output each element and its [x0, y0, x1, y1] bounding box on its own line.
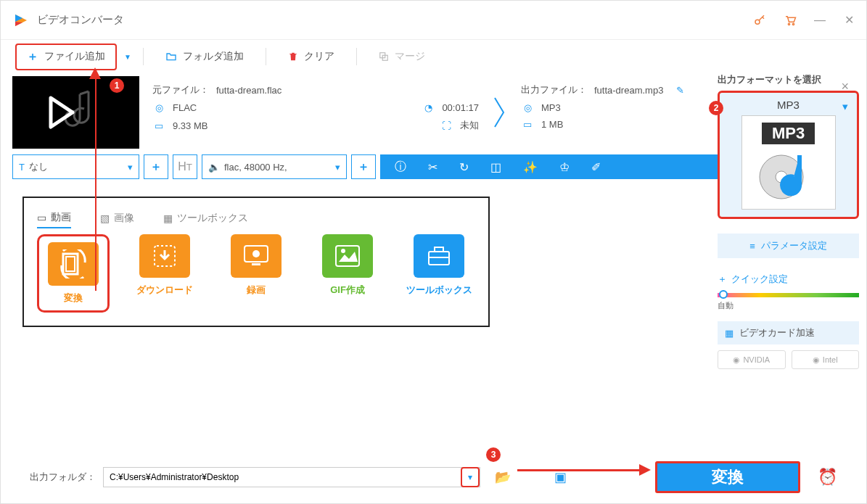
edit-name-icon[interactable]: ✎: [676, 85, 684, 96]
speaker-icon: 🔈: [208, 162, 220, 173]
svg-point-1: [788, 23, 789, 25]
chip-icon: ▦: [725, 328, 734, 339]
plus-icon: ＋: [718, 273, 727, 286]
add-folder-button[interactable]: フォルダ追加: [155, 46, 254, 67]
annotation-arrow-1: [95, 73, 96, 291]
add-subtitle-button[interactable]: ＋: [144, 154, 168, 179]
source-duration: 00:01:17: [442, 102, 479, 113]
slider-thumb[interactable]: [719, 290, 728, 299]
add-file-button[interactable]: ＋ ファイル追加: [15, 44, 117, 70]
add-audio-button[interactable]: ＋: [351, 154, 376, 179]
key-icon[interactable]: [753, 14, 766, 27]
rotate-icon[interactable]: ↻: [459, 160, 469, 174]
trash-icon: [288, 51, 298, 62]
browse-icon[interactable]: ▣: [554, 469, 567, 485]
format-preview: MP3: [741, 115, 836, 210]
schedule-icon[interactable]: ⏰: [818, 468, 837, 487]
merge-button[interactable]: マージ: [369, 46, 435, 67]
divider: [143, 48, 144, 65]
output-file-label: 出力ファイル：: [521, 83, 587, 96]
tab-video[interactable]: ▭動画: [37, 211, 71, 228]
chevron-down-icon: ▾: [335, 162, 340, 173]
svg-rect-9: [252, 263, 260, 265]
intel-icon: ◉: [813, 355, 820, 365]
svg-point-2: [792, 23, 794, 25]
module-download[interactable]: ダウンロード: [128, 234, 201, 313]
source-size: 9.33 MB: [173, 120, 207, 131]
chevron-down-icon: ▾: [128, 162, 133, 173]
text-icon: T: [19, 162, 25, 173]
format-icon: ◎: [152, 102, 165, 113]
bottom-bar: 出力フォルダ： C:¥Users¥Administrator¥Desktop ▾…: [1, 461, 866, 493]
source-file-name: futta-dream.flac: [216, 85, 282, 96]
audio-value: flac, 48000 Hz,: [224, 162, 287, 173]
app-window: ビデオコンバータ — ✕ ＋ ファイル追加 ▼ フォルダ追加 クリア マージ: [0, 0, 867, 504]
param-settings-label: パラメータ設定: [761, 239, 827, 252]
merge-label: マージ: [395, 50, 425, 63]
tab-image[interactable]: ▧画像: [100, 211, 134, 228]
close-button[interactable]: ✕: [843, 13, 855, 27]
quality-slider[interactable]: 自動: [718, 293, 859, 311]
toolbox-module-icon: [414, 234, 464, 278]
output-format: MP3: [541, 102, 561, 113]
nvidia-icon: ◉: [733, 355, 740, 365]
module-toolbox-label: ツールボックス: [403, 284, 475, 297]
gif-icon: [322, 234, 373, 278]
param-settings-button[interactable]: ≡ パラメータ設定: [718, 234, 859, 258]
add-file-label: ファイル追加: [44, 50, 105, 63]
module-convert-label: 変換: [42, 292, 104, 305]
chevron-down-icon: ▾: [842, 100, 848, 113]
minimize-button[interactable]: —: [814, 14, 826, 27]
subtitle-dropdown[interactable]: T なし ▾: [12, 154, 139, 179]
module-gif[interactable]: GIF作成: [311, 234, 384, 313]
open-folder-icon[interactable]: 📂: [495, 469, 511, 485]
nvidia-tag: ◉NVIDIA: [718, 350, 786, 369]
cut-icon[interactable]: ✂: [428, 160, 437, 174]
crop-icon[interactable]: ◫: [490, 160, 501, 174]
gpu-accel-button[interactable]: ▦ ビデオカード加速: [718, 321, 859, 344]
convert-button[interactable]: 変換: [655, 461, 800, 493]
divider: [266, 48, 266, 65]
clock-icon: ◔: [422, 102, 435, 113]
cart-icon[interactable]: [784, 14, 797, 27]
subtitle-settings-button[interactable]: HT: [173, 154, 197, 179]
convert-icon: [48, 242, 99, 286]
sliders-icon: ≡: [749, 241, 755, 252]
annotation-arrow-3: [517, 469, 641, 471]
output-format-selector[interactable]: MP3▾ MP3: [718, 91, 859, 219]
source-res: 未知: [460, 119, 479, 132]
arrow-head-icon: [89, 67, 101, 79]
source-format: FLAC: [173, 102, 197, 113]
output-path-dropdown[interactable]: ▾: [461, 467, 480, 487]
subtitle-value: なし: [29, 160, 48, 173]
tab-toolbox[interactable]: ▦ツールボックス: [163, 211, 248, 228]
chevron-right-icon: [486, 76, 514, 149]
module-record[interactable]: 録画: [220, 234, 292, 313]
quick-settings-header[interactable]: ＋ クイック設定: [718, 273, 859, 286]
folder-icon: ▭: [521, 119, 534, 130]
plus-icon: ＋: [27, 49, 38, 65]
merge-icon: [379, 51, 389, 62]
annotation-badge-3: 3: [486, 447, 501, 462]
subtitle-edit-icon[interactable]: ✐: [591, 160, 601, 174]
modules-panel: ▭動画 ▧画像 ▦ツールボックス 変換 ダウンロード 録画 GIF作成: [22, 197, 490, 327]
record-icon: [231, 234, 282, 278]
titlebar: ビデオコンバータ — ✕: [1, 1, 866, 40]
folder-icon: [165, 51, 177, 62]
watermark-icon[interactable]: ♔: [559, 160, 570, 174]
audio-dropdown[interactable]: 🔈 flac, 48000 Hz, ▾: [202, 154, 347, 179]
image-icon: ▧: [100, 212, 110, 224]
module-record-label: 録画: [220, 284, 292, 297]
clear-button[interactable]: クリア: [278, 46, 345, 67]
module-convert[interactable]: 変換: [37, 234, 110, 313]
annotation-badge-1: 1: [110, 78, 124, 93]
module-toolbox[interactable]: ツールボックス: [403, 234, 475, 313]
info-icon[interactable]: ⓘ: [395, 160, 406, 175]
add-file-dropdown-icon[interactable]: ▼: [124, 53, 131, 61]
app-title: ビデオコンバータ: [37, 13, 124, 27]
output-path-input[interactable]: C:¥Users¥Administrator¥Desktop ▾: [103, 467, 480, 487]
effects-icon[interactable]: ✨: [523, 160, 538, 174]
download-icon: [139, 234, 190, 278]
arrow-head-icon: [639, 464, 651, 476]
divider: [356, 48, 357, 65]
